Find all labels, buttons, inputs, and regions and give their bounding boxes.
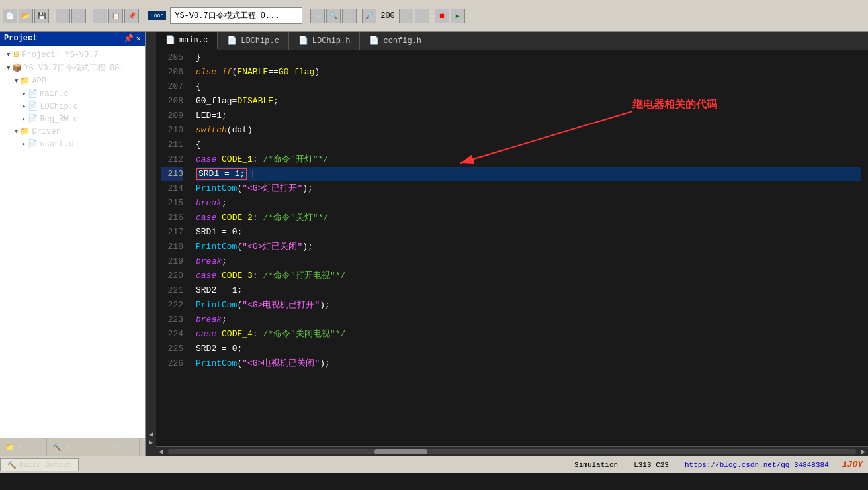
- code-line-225: SRD2 = 0;: [196, 342, 861, 356]
- tree-item-project[interactable]: ▼ 🖥 Project: YS-V0.7: [0, 48, 145, 61]
- sidebar-header: Project 📌 ✕: [0, 32, 145, 46]
- toolbar-icons: 📄 📂 💾 ↩ ↪ ✂ 📋 📌 LOGO YS-V0.7口令模式工程 0... …: [3, 7, 465, 24]
- tree-item-mainc[interactable]: ▸ 📄 main.c: [0, 87, 145, 100]
- settings-icon[interactable]: ⚙: [342, 9, 357, 23]
- tree-item-usartc[interactable]: ▸ 📄 usart.c: [0, 138, 145, 150]
- tab-mainc-icon: 📄: [165, 35, 175, 45]
- code-line-220: case CODE_3: /*命令"打开电视"*/: [196, 269, 861, 283]
- expand-icon-usartc: ▸: [22, 140, 26, 148]
- code-line-222: PrintCom("<G>电视机已打开");: [196, 298, 861, 313]
- build-icon[interactable]: ▶: [310, 9, 325, 23]
- file-icon-mainc: 📄: [28, 89, 38, 99]
- tab-mainc[interactable]: 📄 main.c: [156, 32, 218, 50]
- sidebar-tab-fu[interactable]: {} Fu...: [93, 438, 140, 456]
- zoom-icon[interactable]: 🔎: [362, 9, 376, 23]
- tree-item-ysv07[interactable]: ▼ 📦 YS-V0.7口令模式工程 08:: [0, 61, 145, 75]
- cut-icon[interactable]: ✂: [93, 9, 107, 23]
- build-output-tab[interactable]: 🔨 Build Output: [0, 458, 79, 471]
- scroll-right-arrow[interactable]: ▶: [149, 438, 153, 446]
- sidebar-tab-bo[interactable]: 🔨 Bo...: [47, 438, 94, 456]
- code-line-213: SRD1 = 1;|: [196, 167, 861, 181]
- sidebar-pin-icon[interactable]: 📌: [124, 34, 134, 44]
- code-line-215: break;: [196, 196, 861, 211]
- tab-mainc-label: main.c: [179, 36, 208, 45]
- expand-icon-mainc: ▸: [22, 90, 26, 97]
- project-label: Project: YS-V0.7: [22, 50, 98, 60]
- editor-tabs: 📄 main.c 📄 LDChip.c 📄 LDChip.h 📄 config.…: [156, 32, 868, 50]
- project-dropdown[interactable]: YS-V0.7口令模式工程 0...: [170, 7, 302, 24]
- scroll-left-btn[interactable]: ◀: [156, 448, 165, 456]
- build-output-icon: 🔨: [7, 461, 17, 469]
- code-line-209: LED=1;: [196, 109, 861, 123]
- scroll-track: [168, 449, 856, 454]
- code-line-217: SRD1 = 0;: [196, 225, 861, 240]
- tree-item-ldchipc[interactable]: ▸ 📄 LDChip.c: [0, 100, 145, 113]
- status-url: https://blog.csdn.net/qq_34848384: [677, 461, 837, 469]
- bottom-status-area: 🔨 Build Output Simulation L313 C23 https…: [0, 456, 868, 473]
- tree-item-regrwc[interactable]: ▸ 📄 Reg_RW.c: [0, 113, 145, 125]
- code-line-205: }: [196, 50, 861, 65]
- copy-icon[interactable]: 📋: [108, 9, 123, 23]
- main-layout: Project 📌 ✕ ▼ 🖥 Project: YS-V0.7 ▼ 📦 YS-…: [0, 32, 868, 456]
- code-line-218: PrintCom("<G>灯已关闭");: [196, 240, 861, 254]
- sidebar-tab-pr[interactable]: 📁 Pr...: [0, 438, 47, 456]
- sidebar-bottom: 📁 Pr... 🔨 Bo... {} Fu... 🔍 Te...: [0, 438, 145, 456]
- folder-icon-driver: 📁: [20, 126, 30, 136]
- code-line-212: case CODE_1: /*命令"开灯"*/: [196, 152, 861, 167]
- sidebar-scroll: ◀ ▶: [146, 32, 156, 456]
- project-node-icon: 📦: [12, 63, 22, 73]
- code-line-216: case CODE_2: /*命令"关灯"*/: [196, 211, 861, 225]
- scroll-right-btn[interactable]: ▶: [859, 448, 868, 456]
- tab-ldchiph-label: LDChip.h: [312, 36, 351, 46]
- paste-icon[interactable]: 📌: [124, 9, 139, 23]
- sidebar: Project 📌 ✕ ▼ 🖥 Project: YS-V0.7 ▼ 📦 YS-…: [0, 32, 146, 456]
- line-numbers: 205 206 207 208 209 210 211 212 213 214 …: [156, 50, 189, 446]
- code-line-224: case CODE_4: /*命令"关闭电视"*/: [196, 327, 861, 342]
- expand-icon: ▼: [7, 52, 10, 58]
- ysv07-label: YS-V0.7口令模式工程 08:: [24, 62, 124, 74]
- code-line-219: break;: [196, 254, 861, 269]
- sidebar-tree: ▼ 🖥 Project: YS-V0.7 ▼ 📦 YS-V0.7口令模式工程 0…: [0, 46, 145, 438]
- code-line-223: break;: [196, 313, 861, 327]
- logo: LOGO: [148, 11, 166, 20]
- code-area: 📄 main.c 📄 LDChip.c 📄 LDChip.h 📄 config.…: [156, 32, 868, 456]
- scroll-thumb[interactable]: [374, 449, 427, 454]
- zoom-in-icon[interactable]: +: [399, 9, 413, 23]
- tab-ldchipc[interactable]: 📄 LDChip.c: [218, 32, 289, 50]
- mainc-label: main.c: [40, 89, 68, 99]
- debug-icon[interactable]: 🔍: [326, 9, 341, 23]
- project-icon: 🖥: [12, 50, 20, 60]
- usartc-label: usart.c: [40, 140, 73, 149]
- tab-ldchiph[interactable]: 📄 LDChip.h: [289, 32, 361, 50]
- tab-configh-label: config.h: [383, 36, 421, 46]
- sidebar-close-icon[interactable]: ✕: [136, 34, 141, 44]
- scrollbar-horizontal[interactable]: ◀ ▶: [156, 446, 868, 456]
- code-line-210: switch(dat): [196, 123, 861, 138]
- code-line-214: PrintCom("<G>灯已打开");: [196, 181, 861, 196]
- code-line-211: {: [196, 138, 861, 152]
- sidebar-header-icons: 📌 ✕: [124, 34, 141, 44]
- zoom-out-icon[interactable]: -: [415, 9, 429, 23]
- code-editor[interactable]: 205 206 207 208 209 210 211 212 213 214 …: [156, 50, 868, 446]
- file-icon-usartc: 📄: [28, 139, 38, 149]
- run-icon[interactable]: ▶: [451, 9, 465, 23]
- new-icon[interactable]: 📄: [3, 9, 17, 23]
- stop-icon[interactable]: ⏹: [435, 9, 449, 23]
- tree-item-driver[interactable]: ▼ 📁 Driver: [0, 125, 145, 138]
- save-icon[interactable]: 💾: [34, 9, 49, 23]
- tab-configh[interactable]: 📄 config.h: [360, 32, 431, 50]
- folder-icon-app: 📁: [20, 76, 30, 86]
- code-line-208: G0_flag=DISABLE;: [196, 94, 861, 109]
- open-icon[interactable]: 📂: [19, 9, 33, 23]
- scroll-left-arrow[interactable]: ◀: [149, 430, 153, 438]
- tree-item-app[interactable]: ▼ 📁 APP: [0, 75, 145, 87]
- regrwc-label: Reg_RW.c: [40, 115, 78, 124]
- redo-icon[interactable]: ↪: [71, 9, 86, 23]
- build-output-label: Build Output: [19, 461, 71, 469]
- code-line-221: SRD2 = 1;: [196, 283, 861, 298]
- undo-icon[interactable]: ↩: [56, 9, 70, 23]
- app-label: APP: [32, 77, 46, 86]
- code-line-226: PrintCom("<G>电视机已关闭");: [196, 356, 861, 371]
- code-content[interactable]: } else if(ENABLE==G0_flag) { G0_flag=DIS…: [189, 50, 868, 446]
- tab-ldchipc-icon: 📄: [227, 36, 237, 46]
